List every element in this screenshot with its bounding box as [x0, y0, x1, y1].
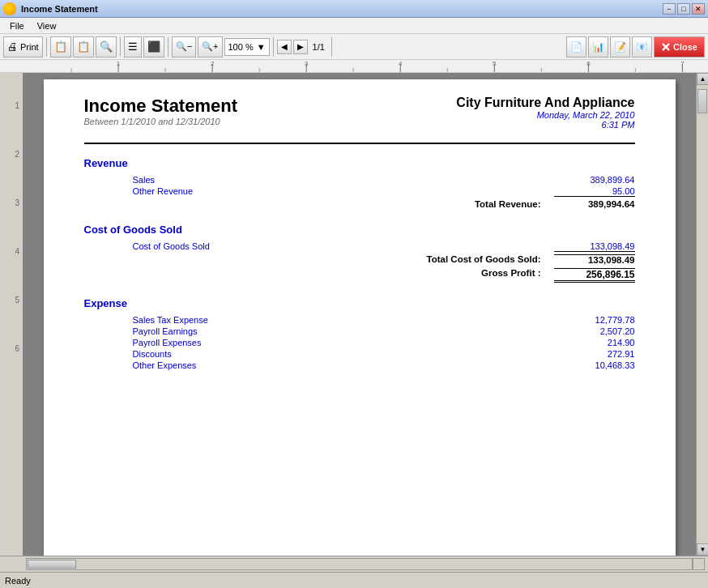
print-button[interactable]: 🖨 Print	[3, 36, 43, 58]
svg-text:4: 4	[399, 60, 403, 67]
expense-payroll-expenses-value: 214.90	[554, 338, 635, 347]
expense-sales-tax-value: 12,779.78	[554, 315, 635, 325]
mail-button[interactable]: 📧	[632, 36, 652, 58]
line-numbers: 1 2 3 4 5 6	[0, 73, 23, 556]
cogs-item-row: Cost of Goods Sold 133,098.49	[84, 241, 635, 253]
gross-profit-value: 256,896.15	[554, 268, 635, 283]
cogs-section-heading: Cost of Goods Sold	[84, 224, 635, 236]
document-area: Income Statement Between 1/1/2010 and 12…	[23, 73, 696, 556]
total-revenue-value: 389,994.64	[554, 199, 635, 209]
report-left-header: Income Statement Between 1/1/2010 and 12…	[84, 96, 238, 126]
gross-profit-label: Gross Profit :	[481, 268, 540, 283]
horizontal-scrollbar[interactable]	[26, 558, 693, 570]
word-button[interactable]: 📝	[610, 36, 630, 58]
svg-text:3: 3	[305, 60, 309, 67]
zoom-dropdown-icon[interactable]: ▼	[257, 42, 266, 52]
expense-discounts-value: 272.91	[554, 349, 635, 359]
expense-section-heading: Expense	[84, 297, 635, 309]
report-date: Monday, March 22, 2010	[456, 110, 634, 120]
revenue-other-value: 95.00	[554, 186, 635, 197]
menu-view[interactable]: View	[31, 19, 63, 32]
report-time: 6:31 PM	[456, 120, 634, 130]
properties-button[interactable]: 📋	[50, 36, 71, 58]
line-num-2: 2	[0, 130, 23, 178]
revenue-other-label: Other Revenue	[133, 186, 554, 197]
zoom-in-button[interactable]: 🔍+	[198, 36, 222, 58]
search-button[interactable]: 🔍	[96, 36, 117, 58]
pdf-button[interactable]: 📄	[566, 36, 586, 58]
line-num-5: 5	[0, 275, 23, 324]
status-bar: Ready	[0, 572, 708, 588]
prev-page-button[interactable]: ◀	[277, 40, 292, 54]
zoom-input[interactable]: 100 % ▼	[224, 38, 270, 56]
expense-other-label: Other Expenses	[133, 360, 554, 370]
cogs-item-label: Cost of Goods Sold	[133, 241, 554, 252]
svg-text:6: 6	[586, 60, 591, 67]
report-title: Income Statement	[84, 96, 238, 117]
expense-discounts-row: Discounts 272.91	[84, 348, 635, 360]
export-button[interactable]: ⬛	[143, 36, 164, 58]
menu-bar: File View	[0, 18, 708, 34]
expense-payroll-expenses-label: Payroll Expenses	[133, 338, 554, 347]
xls-icon: 📊	[592, 41, 604, 53]
gross-profit-row: Gross Profit : 256,896.15	[84, 266, 635, 284]
toolbar-separator-4	[273, 37, 274, 57]
zoom-value: 100 %	[228, 42, 254, 52]
export-icon: ⬛	[147, 40, 160, 53]
total-revenue-row: Total Revenue: 389,994.64	[84, 198, 635, 211]
total-cogs-label: Total Cost of Goods Sold:	[427, 254, 541, 265]
h-scroll-thumb[interactable]	[28, 560, 76, 569]
menu-file[interactable]: File	[3, 19, 31, 32]
zoom-out-button[interactable]: 🔍−	[172, 36, 196, 58]
scroll-down-button[interactable]: ▼	[697, 543, 708, 556]
minimize-button[interactable]: −	[663, 3, 676, 15]
window-title: Income Statement	[21, 4, 663, 14]
line-num-3: 3	[0, 178, 23, 227]
toolbar-separator-2	[120, 37, 121, 57]
close-window-button[interactable]: ✕	[692, 3, 705, 15]
scroll-track[interactable]	[697, 85, 708, 543]
mail-icon: 📧	[636, 41, 648, 53]
ruler: 1 2 3 4 5 6 7	[0, 60, 708, 73]
page-indicator: 1/1	[309, 42, 328, 52]
expense-payroll-earnings-row: Payroll Earnings 2,507.20	[84, 326, 635, 337]
report-divider	[84, 143, 635, 144]
bottom-scrollbar-area	[0, 556, 708, 572]
search-icon: 🔍	[100, 40, 113, 53]
line-num-4: 4	[0, 227, 23, 275]
total-revenue-label: Total Revenue:	[475, 199, 541, 209]
next-page-button[interactable]: ▶	[293, 40, 308, 54]
svg-text:7: 7	[680, 60, 685, 67]
scroll-corner-right	[693, 558, 705, 570]
svg-text:5: 5	[493, 60, 497, 67]
revenue-other-row: Other Revenue 95.00	[84, 185, 635, 198]
expense-other-value: 10,468.33	[554, 360, 635, 370]
layout-button[interactable]: ☰	[124, 36, 142, 58]
total-cogs-row: Total Cost of Goods Sold: 133,098.49	[84, 253, 635, 266]
scroll-thumb[interactable]	[697, 89, 707, 113]
title-bar: Income Statement − □ ✕	[0, 0, 708, 18]
xls-button[interactable]: 📊	[588, 36, 608, 58]
close-report-icon	[661, 42, 671, 52]
copy-button[interactable]: 📋	[73, 36, 94, 58]
expense-payroll-expenses-row: Payroll Expenses 214.90	[84, 337, 635, 348]
maximize-button[interactable]: □	[677, 3, 690, 15]
layout-icon: ☰	[128, 40, 138, 53]
scroll-up-button[interactable]: ▲	[697, 73, 708, 85]
line-num-1: 1	[0, 81, 23, 130]
toolbar: 🖨 Print 📋 📋 🔍 ☰ ⬛ 🔍− 🔍+ 100 % ▼ ◀ ▶ 1/1 …	[0, 34, 708, 60]
cogs-item-value: 133,098.49	[554, 241, 635, 252]
total-cogs-value: 133,098.49	[554, 254, 635, 265]
printer-icon: 🖨	[7, 40, 18, 53]
copy-icon: 📋	[77, 40, 90, 53]
close-report-button[interactable]: Close	[654, 36, 705, 58]
expense-other-row: Other Expenses 10,468.33	[84, 360, 635, 371]
vertical-scrollbar[interactable]: ▲ ▼	[696, 73, 708, 556]
toolbar-separator-1	[46, 37, 47, 57]
zoom-out-icon: 🔍−	[176, 41, 192, 52]
window-controls: − □ ✕	[663, 3, 705, 15]
svg-line-1	[663, 44, 669, 50]
svg-text:2: 2	[211, 60, 215, 67]
app-icon	[3, 2, 16, 15]
report-page: Income Statement Between 1/1/2010 and 12…	[44, 79, 676, 556]
